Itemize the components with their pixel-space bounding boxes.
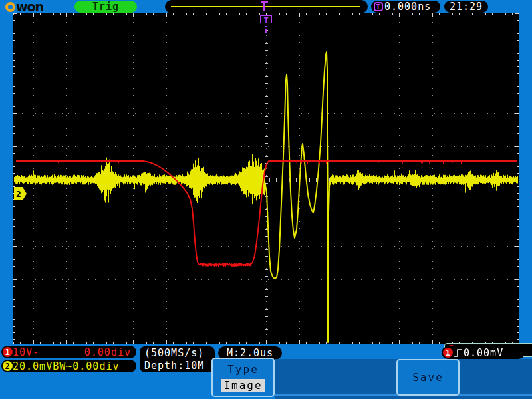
trigger-status-label: Trig	[92, 1, 119, 13]
trigger-time-readout: T 0.000ns	[371, 1, 440, 13]
owon-logo-ring-icon	[5, 2, 15, 12]
sample-rate-value: (500MS/s)	[144, 347, 204, 360]
channel2-status-pill: 220.0mVBW~0.00div	[1, 360, 136, 372]
channel1-badge: 1	[3, 347, 13, 357]
memory-depth-value: Depth:10M	[144, 360, 204, 372]
waveform-canvas	[13, 13, 519, 344]
channel1-scale: 10V-	[13, 346, 39, 358]
trigger-position-stub	[265, 29, 267, 33]
trigger-source-badge: 1	[443, 348, 453, 358]
channel1-status-pill: 110V- 0.00div	[1, 346, 136, 358]
clock-value: 21:29	[450, 1, 483, 13]
waveform-preview-bar	[165, 0, 368, 13]
save-button-label: Save	[412, 371, 444, 384]
trigger-time-value: 0.000ns	[384, 1, 431, 13]
save-button[interactable]: Save	[396, 359, 460, 396]
channel2-badge: 2	[3, 361, 13, 371]
clock-readout: 21:29	[444, 1, 488, 13]
channel2-offset: 0.00div	[72, 360, 119, 372]
preview-trigger-position-icon[interactable]	[261, 1, 268, 11]
trigger-level-value: 0.00mV	[464, 347, 503, 359]
type-menu-label: Type	[227, 363, 259, 376]
owon-logo: won	[5, 0, 43, 13]
oscilloscope-screen: won Trig T 0.000ns 21:29 T 2 1 40.4682KH…	[0, 0, 532, 399]
type-menu-button[interactable]: Type Image	[211, 358, 275, 397]
owon-logo-text: won	[16, 1, 43, 13]
channel1-offset: 0.00div	[84, 346, 131, 358]
trigger-status-badge: Trig	[74, 1, 137, 13]
acquisition-info-pill: (500MS/s) Depth:10M	[140, 346, 215, 372]
type-menu-selected-value[interactable]: Image	[221, 379, 264, 392]
trigger-level-readout: 1 0.00mV	[442, 346, 525, 359]
trigger-time-icon: T	[374, 2, 383, 11]
waveform-display-area: T 2 1 40.4682KHz	[13, 13, 519, 344]
rising-edge-icon	[454, 348, 463, 358]
channel2-scale: 20.0mVBW~	[13, 360, 72, 372]
